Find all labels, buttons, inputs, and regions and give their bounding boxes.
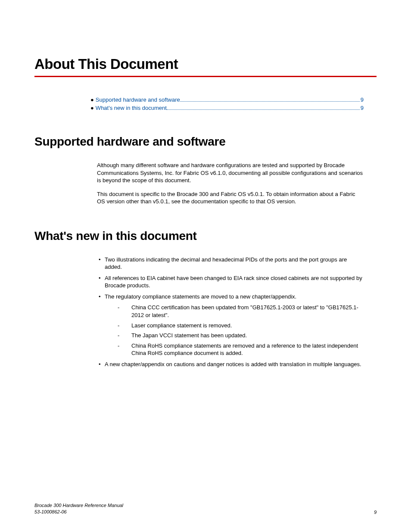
document-title: About This Document <box>34 56 377 72</box>
sub-list-item: The Japan VCCI statement has been update… <box>118 332 364 339</box>
page-footer: Brocade 300 Hardware Reference Manual 53… <box>34 502 377 515</box>
footer-doc-info: Brocade 300 Hardware Reference Manual 53… <box>34 502 123 515</box>
section-heading-supported: Supported hardware and software <box>34 135 377 149</box>
toc-leader <box>180 101 360 102</box>
paragraph: This document is specific to the Brocade… <box>97 190 364 205</box>
bullet-icon: ● <box>90 96 94 103</box>
sub-list-item: Laser compliance statement is removed. <box>118 322 364 330</box>
toc-page-number[interactable]: 9 <box>361 105 364 111</box>
footer-page-number: 9 <box>374 510 377 515</box>
toc-leader <box>167 109 360 110</box>
list-item: A new chapter/appendix on cautions and d… <box>97 361 364 368</box>
section-body: Although many different software and har… <box>97 162 364 205</box>
bullet-list: Two illustrations indicating the decimal… <box>97 256 364 368</box>
footer-title: Brocade 300 Hardware Reference Manual <box>34 502 123 508</box>
toc-entry: ● Supported hardware and software 9 <box>90 96 364 103</box>
toc-entry: ● What's new in this document 9 <box>90 105 364 111</box>
toc-link[interactable]: What's new in this document <box>96 105 167 111</box>
bullet-icon: ● <box>90 105 94 111</box>
sub-list-item: China CCC certification has been updated… <box>118 304 364 319</box>
list-item: All references to EIA cabinet have been … <box>97 274 364 289</box>
sub-list-item: China RoHS compliance statements are rem… <box>118 342 364 357</box>
table-of-contents: ● Supported hardware and software 9 ● Wh… <box>90 96 364 111</box>
title-rule <box>34 76 377 77</box>
footer-docnum: 53-1000862-06 <box>34 509 123 515</box>
section-heading-whats-new: What's new in this document <box>34 229 377 243</box>
list-item-text: The regulatory compliance statements are… <box>105 293 296 300</box>
paragraph: Although many different software and har… <box>97 162 364 184</box>
list-item: Two illustrations indicating the decimal… <box>97 256 364 271</box>
sub-list: China CCC certification has been updated… <box>105 304 364 357</box>
section-body: Two illustrations indicating the decimal… <box>97 256 364 368</box>
list-item: The regulatory compliance statements are… <box>97 293 364 357</box>
toc-link[interactable]: Supported hardware and software <box>96 96 180 103</box>
toc-page-number[interactable]: 9 <box>361 96 364 103</box>
